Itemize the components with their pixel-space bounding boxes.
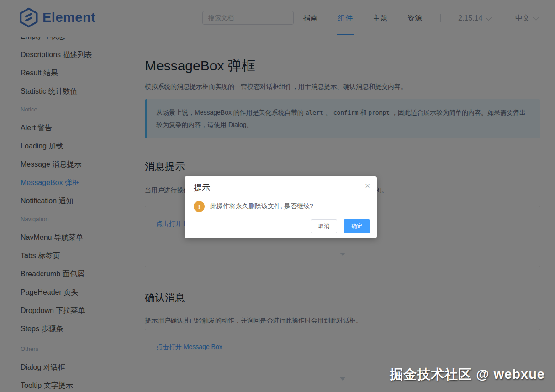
close-icon[interactable]: × [365, 181, 370, 190]
dialog-message: 此操作将永久删除该文件, 是否继续? [210, 202, 313, 211]
page: Element 指南 组件 主题 资源 2.15.14 中文 Empty 空状态 [0, 0, 555, 392]
dialog-title: 提示 [194, 182, 210, 193]
confirm-button[interactable]: 确定 [344, 219, 370, 233]
dialog-buttons: 取消 确定 [311, 219, 370, 233]
cancel-button[interactable]: 取消 [311, 219, 337, 233]
messagebox-dialog: 提示 × ! 此操作将永久删除该文件, 是否继续? 取消 确定 [185, 176, 377, 238]
warning-icon: ! [194, 201, 205, 212]
watermark: 掘金技术社区 @ webxue [390, 366, 545, 384]
dialog-content: ! 此操作将永久删除该文件, 是否继续? [194, 201, 313, 212]
